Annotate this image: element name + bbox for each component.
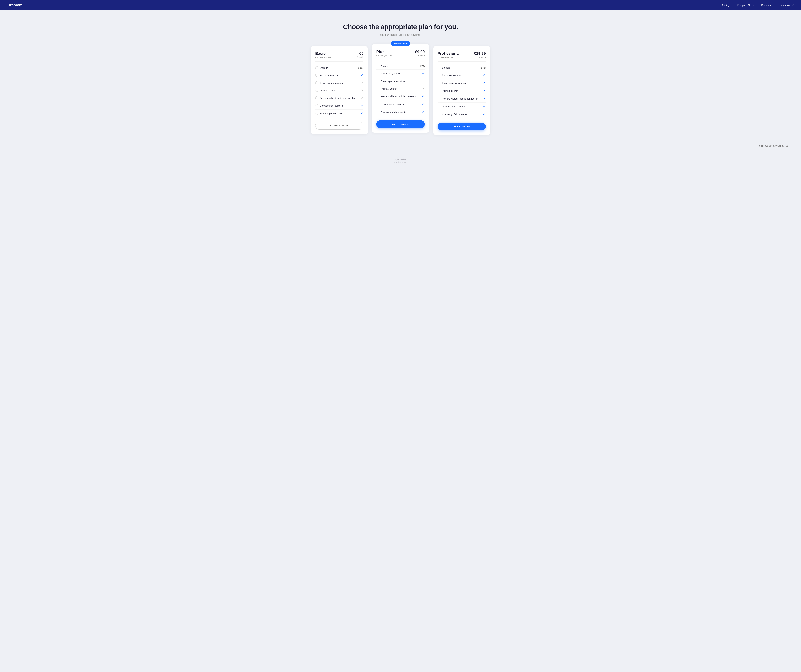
feature-item: Storage 1 TB: [437, 64, 486, 71]
nav-compare-plans[interactable]: Compare Plans: [737, 4, 754, 6]
plan-name: Basic: [315, 51, 331, 56]
feature-name: Uploads from camera: [320, 104, 359, 107]
checkmark-icon: ✓: [422, 94, 425, 98]
plan-info: Basic For personal use: [315, 51, 331, 58]
feature-name: Folders without mobile connection: [442, 97, 481, 100]
plan-card-professional: Proffesional For intensive use €19,99 /m…: [433, 46, 490, 135]
feature-name: Full text search: [442, 89, 481, 92]
checkmark-icon: ✓: [422, 110, 425, 114]
plan-price: €0 /month: [357, 51, 364, 58]
contact-link[interactable]: Contact us: [777, 145, 788, 147]
info-icon: i: [315, 112, 318, 115]
feature-item: Folders without mobile connection ✓: [437, 95, 486, 103]
plan-price-period: /month: [415, 54, 425, 56]
plan-price: €19,99 /month: [474, 51, 486, 58]
feature-item: i Storage 2 GB: [315, 64, 364, 71]
logo: Dropbox: [8, 3, 22, 7]
feature-name: Full text search: [320, 89, 359, 92]
chevron-down-icon: [791, 3, 794, 6]
info-icon: i: [315, 89, 318, 92]
info-icon: i: [315, 66, 318, 69]
feature-value: 2 GB: [358, 66, 364, 69]
plan-card-basic: Basic For personal use €0 /month i Stora…: [311, 46, 368, 134]
watermark: مستقل mostaql.com: [0, 153, 801, 170]
plan-description: For everyday use: [376, 55, 392, 57]
feature-name: Access anywhere: [320, 74, 359, 77]
nav-pricing[interactable]: Pricing: [722, 4, 729, 6]
checkmark-icon: ✓: [483, 89, 486, 93]
cross-icon: ✕: [422, 79, 425, 83]
hero-subtitle: You can cancel your plan anytime.: [3, 33, 798, 37]
feature-item: Storage 1 TB: [376, 63, 425, 69]
feature-name: Folders without mobile connection: [381, 95, 420, 98]
feature-item: Smart synchronization ✓: [437, 79, 486, 87]
feature-item: i Access anywhere ✓: [315, 71, 364, 79]
feature-name: Scanning of documents: [320, 112, 359, 115]
feature-name: Uploads from camera: [442, 105, 481, 108]
watermark-arabic: مستقل: [0, 157, 801, 161]
checkmark-icon: ✓: [483, 112, 486, 116]
feature-name: Scanning of documents: [381, 111, 420, 113]
feature-item: Uploads from camera ✓: [437, 103, 486, 110]
plan-name: Proffesional: [437, 51, 460, 56]
feature-list: i Storage 2 GB i Access anywhere ✓ i Sma…: [315, 64, 364, 117]
feature-item: Full text search ✕: [376, 85, 425, 92]
feature-item: i Scanning of documents ✓: [315, 110, 364, 117]
feature-name: Uploads from camera: [381, 103, 420, 106]
checkmark-icon: ✓: [422, 71, 425, 75]
plan-price: €9,99 /month: [415, 50, 425, 56]
feature-item: Folders without mobile connection ✓: [376, 92, 425, 100]
plan-description: For intensive use: [437, 56, 460, 58]
plan-description: For personal use: [315, 56, 331, 58]
plan-card-plus: Most Popular Plus For everyday use €9,99…: [372, 44, 429, 133]
feature-name: Smart synchronization: [381, 80, 420, 82]
current-plan-button[interactable]: CURRENT PLAN: [315, 122, 364, 130]
feature-item: Full text search ✓: [437, 87, 486, 95]
info-icon: i: [315, 81, 318, 84]
feature-item: Smart synchronization ✕: [376, 77, 425, 85]
feature-name: Storage: [320, 66, 356, 69]
watermark-domain: mostaql.com: [0, 161, 801, 163]
nav-features[interactable]: Features: [761, 4, 771, 6]
navbar: Dropbox Pricing Compare Plans Features L…: [0, 0, 801, 10]
feature-value: 1 TB: [420, 65, 425, 68]
checkmark-icon: ✓: [361, 73, 364, 77]
feature-name: Storage: [442, 66, 479, 69]
feature-item: Scanning of documents ✓: [376, 108, 425, 116]
plan-price-amount: €0: [359, 51, 364, 56]
feature-item: Access anywhere ✓: [376, 69, 425, 77]
feature-list: Storage 1 TB Access anywhere ✓ Smart syn…: [437, 64, 486, 118]
feature-name: Access anywhere: [442, 74, 481, 76]
feature-item: Scanning of documents ✓: [437, 110, 486, 118]
cross-icon: ✕: [422, 87, 425, 90]
nav-links: Pricing Compare Plans Features Learn mor…: [722, 4, 793, 6]
plan-price-amount: €9,99: [415, 50, 425, 54]
get-started-button[interactable]: GET STARTED: [376, 120, 425, 128]
feature-item: i Folders without mobile connection ✕: [315, 94, 364, 102]
feature-name: Scanning of documents: [442, 113, 481, 116]
plan-info: Plus For everyday use: [376, 50, 392, 57]
feature-name: Smart synchronization: [320, 82, 359, 84]
feature-name: Access anywhere: [381, 72, 420, 75]
checkmark-icon: ✓: [361, 111, 364, 115]
checkmark-icon: ✓: [483, 73, 486, 77]
cross-icon: ✕: [361, 96, 364, 100]
checkmark-icon: ✓: [483, 105, 486, 108]
feature-item: i Smart synchronization ✕: [315, 79, 364, 87]
feature-name: Folders without mobile connection: [320, 97, 359, 99]
doubt-text: Still have doubts?: [759, 145, 777, 147]
plan-price-period: /month: [357, 56, 364, 58]
plan-price-amount: €19,99: [474, 51, 486, 56]
plan-header: Proffesional For intensive use €19,99 /m…: [437, 51, 486, 58]
plan-name: Plus: [376, 50, 392, 54]
nav-learn-more[interactable]: Learn more: [778, 4, 793, 6]
plan-header: Plus For everyday use €9,99 /month: [376, 50, 425, 57]
get-started-button[interactable]: GET STARTED: [437, 122, 486, 131]
hero-title: Choose the appropriate plan for you.: [3, 23, 798, 31]
info-icon: i: [315, 97, 318, 99]
checkmark-icon: ✓: [422, 102, 425, 106]
feature-name: Smart synchronization: [442, 82, 481, 84]
plan-header: Basic For personal use €0 /month: [315, 51, 364, 58]
feature-list: Storage 1 TB Access anywhere ✓ Smart syn…: [376, 63, 425, 116]
most-popular-badge: Most Popular: [391, 41, 410, 46]
